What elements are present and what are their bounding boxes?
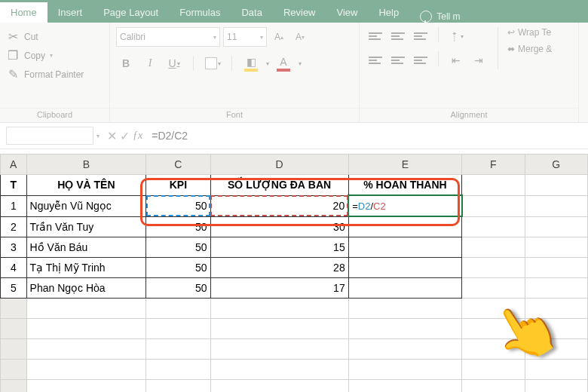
orientation-button[interactable]: ⭫▾ bbox=[446, 27, 466, 45]
tab-view[interactable]: View bbox=[326, 2, 369, 23]
cell[interactable]: 50 bbox=[146, 237, 210, 258]
cell[interactable]: 17 bbox=[210, 278, 348, 299]
cell[interactable]: 1 bbox=[1, 195, 27, 216]
cell[interactable] bbox=[462, 216, 525, 237]
cell[interactable]: 5 bbox=[1, 278, 27, 299]
cell[interactable] bbox=[26, 339, 146, 360]
formula-input[interactable]: =D2/C2 bbox=[152, 130, 188, 142]
cell[interactable] bbox=[462, 278, 525, 299]
cell[interactable]: 50 bbox=[146, 258, 210, 278]
tab-data[interactable]: Data bbox=[231, 2, 272, 23]
cell[interactable] bbox=[26, 299, 146, 319]
cell[interactable] bbox=[348, 278, 462, 299]
cell[interactable] bbox=[210, 380, 348, 393]
col-header[interactable]: E bbox=[348, 155, 462, 175]
row-header[interactable] bbox=[1, 339, 27, 360]
cell[interactable] bbox=[348, 360, 462, 380]
cell[interactable] bbox=[525, 195, 587, 216]
cell[interactable] bbox=[525, 175, 587, 196]
cell[interactable] bbox=[348, 319, 462, 339]
cell-e2-editing[interactable]: =D2/C2 bbox=[348, 195, 462, 216]
wrap-text-button[interactable]: ↩Wrap Te bbox=[507, 27, 552, 38]
cell[interactable] bbox=[26, 380, 146, 393]
fill-color-button[interactable]: ◧ bbox=[241, 54, 261, 72]
col-header[interactable]: F bbox=[462, 155, 525, 175]
cell[interactable]: 50 bbox=[146, 216, 210, 237]
bold-button[interactable]: B bbox=[116, 54, 136, 72]
cell[interactable] bbox=[462, 175, 525, 196]
cell[interactable]: Hồ Văn Báu bbox=[26, 237, 146, 258]
align-center-button[interactable] bbox=[388, 51, 408, 69]
cell[interactable] bbox=[462, 258, 525, 278]
align-right-button[interactable] bbox=[411, 51, 430, 69]
cell[interactable] bbox=[348, 380, 462, 393]
cut-button[interactable]: ✂Cut bbox=[6, 27, 103, 46]
cell-c2[interactable]: 50 bbox=[146, 195, 210, 216]
cell[interactable] bbox=[525, 380, 587, 393]
align-bottom-button[interactable] bbox=[411, 27, 430, 45]
col-header[interactable]: A bbox=[1, 155, 27, 175]
align-top-button[interactable] bbox=[366, 27, 385, 45]
row-header[interactable] bbox=[1, 360, 27, 380]
tab-insert[interactable]: Insert bbox=[47, 2, 93, 23]
cell[interactable] bbox=[462, 380, 525, 393]
cell[interactable] bbox=[348, 237, 462, 258]
cell[interactable]: 28 bbox=[210, 258, 348, 278]
cell[interactable]: SỐ LƯỢNG ĐÃ BÁN bbox=[210, 175, 348, 196]
cell[interactable] bbox=[146, 380, 210, 393]
cell[interactable]: KPI bbox=[146, 175, 210, 196]
col-header[interactable]: G bbox=[525, 155, 587, 175]
italic-button[interactable]: I bbox=[140, 54, 160, 72]
increase-indent-button[interactable]: ⇥ bbox=[469, 51, 488, 69]
align-middle-button[interactable] bbox=[388, 27, 408, 45]
font-color-button[interactable]: A bbox=[274, 54, 293, 72]
copy-button[interactable]: ❐Copy▾ bbox=[6, 46, 103, 65]
tab-formulas[interactable]: Formulas bbox=[169, 2, 231, 23]
tell-me[interactable]: Tell m bbox=[420, 11, 460, 23]
cell[interactable] bbox=[210, 339, 348, 360]
cell[interactable]: 15 bbox=[210, 237, 348, 258]
cell[interactable] bbox=[525, 258, 587, 278]
cell[interactable] bbox=[26, 360, 146, 380]
cell[interactable] bbox=[348, 216, 462, 237]
cell[interactable]: HỌ VÀ TÊN bbox=[26, 175, 146, 196]
cell[interactable]: Tạ Thị Mỹ Trinh bbox=[26, 258, 146, 278]
cell[interactable] bbox=[210, 360, 348, 380]
fx-icon[interactable]: ƒx bbox=[133, 130, 142, 142]
merge-center-button[interactable]: ⬌Merge & bbox=[507, 44, 552, 54]
cell[interactable] bbox=[146, 360, 210, 380]
cell[interactable] bbox=[525, 216, 587, 237]
cell[interactable] bbox=[210, 319, 348, 339]
cell[interactable]: 3 bbox=[1, 237, 27, 258]
tab-help[interactable]: Help bbox=[368, 2, 409, 23]
align-left-button[interactable] bbox=[366, 51, 385, 69]
decrease-indent-button[interactable]: ⇤ bbox=[446, 51, 466, 69]
tab-review[interactable]: Review bbox=[273, 2, 326, 23]
cell-d2[interactable]: 20 bbox=[210, 195, 348, 216]
tab-page-layout[interactable]: Page Layout bbox=[93, 2, 169, 23]
col-header[interactable]: B bbox=[26, 155, 146, 175]
cell[interactable] bbox=[26, 319, 146, 339]
increase-font-button[interactable]: A▴ bbox=[270, 28, 288, 46]
cell[interactable] bbox=[348, 299, 462, 319]
cell[interactable]: T bbox=[1, 175, 27, 196]
name-box[interactable] bbox=[6, 127, 93, 145]
cell[interactable]: Phan Ngọc Hòa bbox=[26, 278, 146, 299]
cell[interactable]: 2 bbox=[1, 216, 27, 237]
enter-icon[interactable]: ✓ bbox=[120, 129, 130, 143]
cell[interactable] bbox=[348, 339, 462, 360]
cell[interactable]: Trần Văn Tuy bbox=[26, 216, 146, 237]
cell[interactable]: 50 bbox=[146, 278, 210, 299]
cell[interactable] bbox=[462, 195, 525, 216]
cell[interactable] bbox=[462, 237, 525, 258]
cell[interactable] bbox=[348, 258, 462, 278]
tab-home[interactable]: Home bbox=[0, 2, 47, 23]
col-header[interactable]: C bbox=[146, 155, 210, 175]
row-header[interactable] bbox=[1, 319, 27, 339]
font-size-select[interactable]: 11▾ bbox=[223, 27, 267, 47]
cell[interactable] bbox=[146, 299, 210, 319]
cell[interactable] bbox=[525, 237, 587, 258]
cell[interactable]: 4 bbox=[1, 258, 27, 278]
border-button[interactable]: ▾ bbox=[203, 54, 222, 72]
font-name-select[interactable]: Calibri▾ bbox=[116, 27, 220, 47]
